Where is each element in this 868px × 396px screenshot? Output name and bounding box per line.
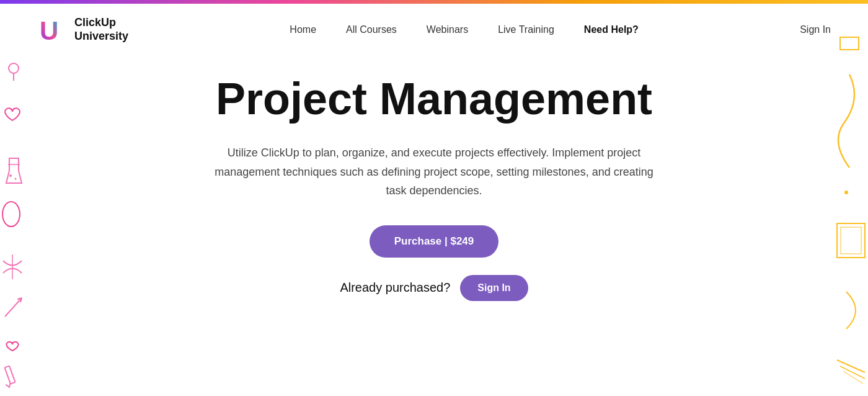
page-description: Utilize ClickUp to plan, organize, and e… — [211, 143, 657, 200]
signin-button[interactable]: Sign In — [460, 275, 528, 301]
already-purchased-text: Already purchased? — [340, 281, 450, 295]
nav-item-need-help[interactable]: Need Help? — [584, 24, 639, 35]
logo-text: ClickUp University — [74, 16, 128, 43]
logo-area[interactable]: U ClickUp University — [37, 15, 128, 45]
already-purchased-section: Already purchased? Sign In — [340, 275, 528, 301]
nav-item-live-training[interactable]: Live Training — [498, 24, 554, 35]
purchase-button[interactable]: Purchase | $249 — [370, 225, 499, 258]
navbar: U ClickUp University Home All Courses We… — [0, 4, 868, 56]
svg-rect-11 — [4, 366, 15, 384]
main-content: Project Management Utilize ClickUp to pl… — [0, 56, 868, 320]
nav-links: Home All Courses Webinars Live Training … — [290, 24, 639, 35]
svg-text:U: U — [40, 16, 58, 45]
page-title: Project Management — [216, 74, 652, 124]
svg-line-16 — [837, 360, 865, 372]
clickup-logo-icon: U — [37, 15, 67, 45]
nav-item-home[interactable]: Home — [290, 24, 316, 35]
svg-rect-12 — [840, 37, 859, 50]
nav-item-webinars[interactable]: Webinars — [427, 24, 468, 35]
nav-item-all-courses[interactable]: All Courses — [346, 24, 397, 35]
